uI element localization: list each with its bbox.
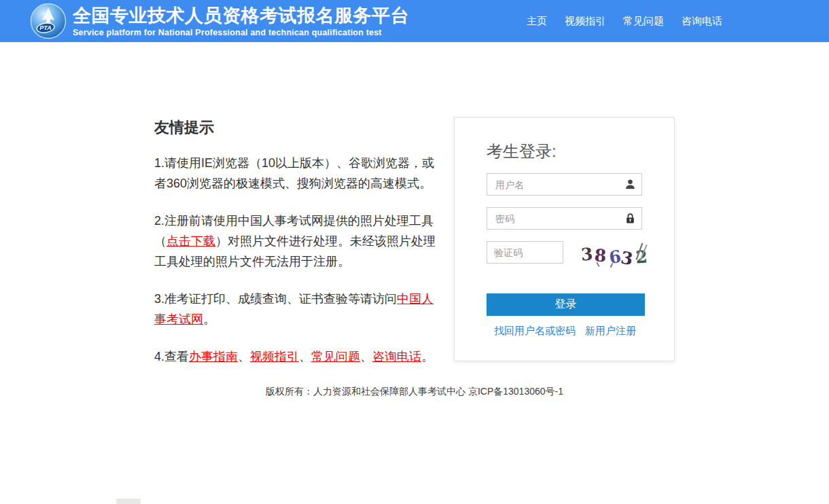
login-heading: 考生登录:	[487, 141, 642, 162]
tip4-separator: 、	[299, 350, 311, 363]
service-guide-link[interactable]: 办事指南	[189, 350, 238, 363]
tip4-separator: 、	[360, 350, 372, 363]
tip3-text-after: 。	[203, 312, 215, 326]
captcha-digit: 8	[594, 247, 607, 264]
video-guide-link[interactable]: 视频指引	[250, 350, 299, 363]
cutoff-page-fragment	[116, 499, 141, 504]
nav-faq-link[interactable]: 常见问题	[623, 15, 664, 28]
new-user-register-link[interactable]: 新用户注册	[585, 325, 636, 338]
tip4-separator: 、	[238, 350, 250, 363]
candidate-login-panel: 考生登录: 3 8 6 3 2 登录 找回用户	[454, 117, 675, 361]
captcha-row: 3 8 6 3 2	[487, 241, 642, 267]
password-field-wrapper	[487, 207, 642, 230]
tip1-text: 1.请使用IE浏览器（10以上版本）、谷歌浏览器，或者360浏览器的极速模式、搜…	[154, 156, 434, 190]
faq-link[interactable]: 常见问题	[311, 350, 360, 363]
login-links-row: 找回用户名或密码 新用户注册	[487, 325, 642, 338]
password-input[interactable]	[487, 207, 642, 230]
tip-browser: 1.请使用IE浏览器（10以上版本）、谷歌浏览器，或者360浏览器的极速模式、搜…	[154, 153, 442, 194]
tip4-text-before: 4.查看	[154, 350, 189, 363]
header: PTA 全国专业技术人员资格考试报名服务平台 Service platform …	[0, 0, 829, 42]
nav-video-guide-link[interactable]: 视频指引	[565, 15, 605, 28]
lock-icon	[624, 213, 636, 224]
captcha-image[interactable]: 3 8 6 3 2	[581, 241, 643, 267]
username-field-wrapper	[487, 173, 642, 196]
page-subtitle: Service platform for National Profession…	[73, 28, 409, 37]
captcha-input[interactable]	[487, 241, 563, 264]
username-input[interactable]	[487, 173, 642, 196]
copyright-footer: 版权所有：人力资源和社会保障部人事考试中心 京ICP备13013060号-1	[0, 386, 829, 398]
login-button[interactable]: 登录	[487, 293, 645, 316]
title-block: 全国专业技术人员资格考试报名服务平台 Service platform for …	[73, 5, 409, 37]
nav-phone-link[interactable]: 咨询电话	[682, 15, 722, 28]
tips-heading: 友情提示	[154, 118, 442, 138]
nav-home-link[interactable]: 主页	[527, 15, 547, 28]
pta-logo-icon: PTA	[30, 3, 67, 39]
tip-cpta-site: 3.准考证打印、成绩查询、证书查验等请访问中国人事考试网。	[154, 289, 442, 329]
captcha-digit: 3	[580, 245, 594, 263]
captcha-digit: 3	[620, 249, 634, 268]
top-nav: 主页 视频指引 常见问题 咨询电话	[527, 15, 722, 28]
tip3-text-before: 3.准考证打印、成绩查询、证书查验等请访问	[154, 292, 397, 306]
tip4-text-after: 。	[421, 350, 434, 363]
user-icon	[624, 179, 636, 190]
friendly-tips-section: 友情提示 1.请使用IE浏览器（10以上版本）、谷歌浏览器，或者360浏览器的极…	[154, 112, 442, 384]
logo-text: PTA	[39, 24, 51, 31]
tip-more-links: 4.查看办事指南、视频指引、常见问题、咨询电话。	[154, 346, 442, 367]
download-photo-tool-link[interactable]: 点击下载	[166, 234, 215, 248]
phone-link[interactable]: 咨询电话	[372, 350, 421, 363]
page-title: 全国专业技术人员资格考试报名服务平台	[73, 5, 409, 26]
forgot-credentials-link[interactable]: 找回用户名或密码	[494, 325, 576, 338]
tip-photo-tool: 2.注册前请使用中国人事考试网提供的照片处理工具（点击下载）对照片文件进行处理。…	[154, 211, 442, 272]
